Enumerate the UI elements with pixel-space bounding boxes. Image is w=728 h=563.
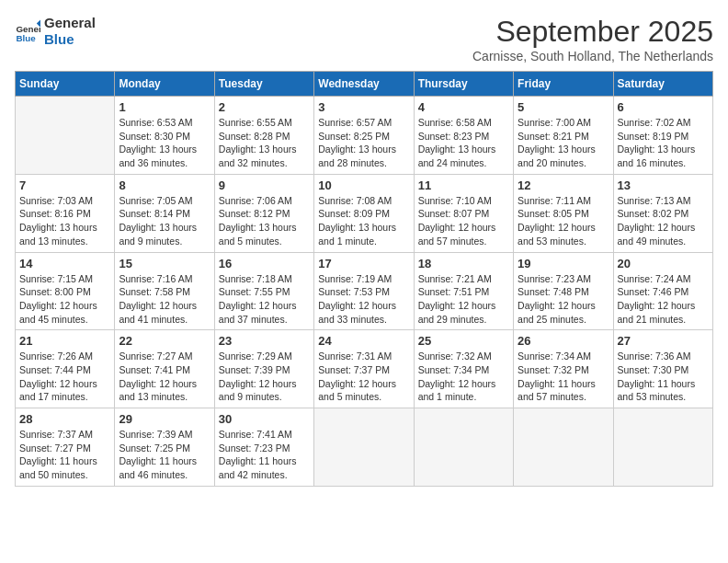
- calendar-cell: 1Sunrise: 6:53 AM Sunset: 8:30 PM Daylig…: [115, 97, 214, 175]
- calendar-cell: 2Sunrise: 6:55 AM Sunset: 8:28 PM Daylig…: [214, 97, 313, 175]
- calendar-cell: 25Sunrise: 7:32 AM Sunset: 7:34 PM Dayli…: [414, 330, 513, 408]
- day-info: Sunrise: 6:55 AM Sunset: 8:28 PM Dayligh…: [219, 116, 310, 170]
- calendar-cell: 3Sunrise: 6:57 AM Sunset: 8:25 PM Daylig…: [314, 97, 414, 175]
- day-info: Sunrise: 7:27 AM Sunset: 7:41 PM Dayligh…: [119, 350, 210, 404]
- day-number: 21: [19, 334, 110, 348]
- calendar-cell: 29Sunrise: 7:39 AM Sunset: 7:25 PM Dayli…: [115, 408, 214, 487]
- calendar-cell: 9Sunrise: 7:06 AM Sunset: 8:12 PM Daylig…: [214, 174, 313, 252]
- calendar-cell: 12Sunrise: 7:11 AM Sunset: 8:05 PM Dayli…: [514, 174, 613, 252]
- day-info: Sunrise: 7:10 AM Sunset: 8:07 PM Dayligh…: [418, 194, 509, 248]
- day-number: 18: [418, 257, 509, 270]
- page-header: General Blue General Blue September 2025…: [15, 15, 713, 63]
- day-info: Sunrise: 7:34 AM Sunset: 7:32 PM Dayligh…: [518, 350, 609, 404]
- calendar-cell: 6Sunrise: 7:02 AM Sunset: 8:19 PM Daylig…: [613, 97, 712, 175]
- day-number: 13: [618, 178, 709, 192]
- day-info: Sunrise: 6:58 AM Sunset: 8:23 PM Dayligh…: [418, 116, 509, 170]
- day-info: Sunrise: 6:57 AM Sunset: 8:25 PM Dayligh…: [318, 116, 409, 170]
- day-info: Sunrise: 7:21 AM Sunset: 7:51 PM Dayligh…: [418, 272, 509, 327]
- day-number: 4: [418, 100, 509, 114]
- day-number: 19: [518, 257, 609, 270]
- day-info: Sunrise: 6:53 AM Sunset: 8:30 PM Dayligh…: [119, 116, 210, 170]
- day-info: Sunrise: 7:00 AM Sunset: 8:21 PM Dayligh…: [518, 116, 609, 170]
- day-number: 16: [219, 257, 310, 270]
- calendar-cell: 26Sunrise: 7:34 AM Sunset: 7:32 PM Dayli…: [514, 330, 613, 408]
- calendar-cell: [16, 97, 115, 175]
- calendar: SundayMondayTuesdayWednesdayThursdayFrid…: [15, 71, 713, 487]
- day-info: Sunrise: 7:16 AM Sunset: 7:58 PM Dayligh…: [119, 272, 210, 327]
- calendar-cell: 10Sunrise: 7:08 AM Sunset: 8:09 PM Dayli…: [314, 174, 414, 252]
- day-number: 8: [119, 178, 210, 192]
- day-number: 24: [318, 334, 409, 348]
- weekday-header-sunday: Sunday: [16, 72, 115, 97]
- day-number: 9: [219, 178, 310, 192]
- calendar-cell: 14Sunrise: 7:15 AM Sunset: 8:00 PM Dayli…: [16, 252, 115, 330]
- calendar-cell: [314, 408, 414, 487]
- calendar-cell: 27Sunrise: 7:36 AM Sunset: 7:30 PM Dayli…: [613, 330, 712, 408]
- day-info: Sunrise: 7:31 AM Sunset: 7:37 PM Dayligh…: [318, 350, 409, 404]
- calendar-cell: 23Sunrise: 7:29 AM Sunset: 7:39 PM Dayli…: [214, 330, 313, 408]
- calendar-cell: 8Sunrise: 7:05 AM Sunset: 8:14 PM Daylig…: [115, 174, 214, 252]
- logo-text-general: General: [44, 15, 96, 31]
- day-number: 30: [219, 412, 310, 426]
- calendar-cell: 24Sunrise: 7:31 AM Sunset: 7:37 PM Dayli…: [314, 330, 414, 408]
- day-number: 23: [219, 334, 310, 348]
- title-block: September 2025 Carnisse, South Holland, …: [472, 15, 713, 63]
- logo-icon: General Blue: [15, 18, 40, 44]
- day-number: 22: [119, 334, 210, 348]
- day-number: 28: [19, 412, 110, 426]
- day-info: Sunrise: 7:29 AM Sunset: 7:39 PM Dayligh…: [219, 350, 310, 404]
- day-number: 17: [318, 257, 409, 270]
- svg-text:Blue: Blue: [16, 33, 36, 43]
- calendar-cell: [613, 408, 712, 487]
- calendar-cell: 4Sunrise: 6:58 AM Sunset: 8:23 PM Daylig…: [414, 97, 513, 175]
- weekday-header-wednesday: Wednesday: [314, 72, 414, 97]
- calendar-cell: 20Sunrise: 7:24 AM Sunset: 7:46 PM Dayli…: [613, 252, 712, 330]
- logo: General Blue General Blue: [15, 15, 96, 48]
- day-info: Sunrise: 7:08 AM Sunset: 8:09 PM Dayligh…: [318, 194, 409, 248]
- calendar-cell: 7Sunrise: 7:03 AM Sunset: 8:16 PM Daylig…: [16, 174, 115, 252]
- calendar-week-5: 28Sunrise: 7:37 AM Sunset: 7:27 PM Dayli…: [16, 408, 713, 487]
- weekday-header-row: SundayMondayTuesdayWednesdayThursdayFrid…: [16, 72, 713, 97]
- day-info: Sunrise: 7:02 AM Sunset: 8:19 PM Dayligh…: [618, 116, 709, 170]
- calendar-cell: 11Sunrise: 7:10 AM Sunset: 8:07 PM Dayli…: [414, 174, 513, 252]
- day-info: Sunrise: 7:32 AM Sunset: 7:34 PM Dayligh…: [418, 350, 509, 404]
- weekday-header-monday: Monday: [115, 72, 214, 97]
- calendar-week-4: 21Sunrise: 7:26 AM Sunset: 7:44 PM Dayli…: [16, 330, 713, 408]
- day-info: Sunrise: 7:19 AM Sunset: 7:53 PM Dayligh…: [318, 272, 409, 327]
- day-info: Sunrise: 7:15 AM Sunset: 8:00 PM Dayligh…: [19, 272, 110, 327]
- calendar-cell: 18Sunrise: 7:21 AM Sunset: 7:51 PM Dayli…: [414, 252, 513, 330]
- day-info: Sunrise: 7:03 AM Sunset: 8:16 PM Dayligh…: [19, 194, 110, 248]
- day-info: Sunrise: 7:26 AM Sunset: 7:44 PM Dayligh…: [19, 350, 110, 404]
- calendar-cell: [414, 408, 513, 487]
- day-info: Sunrise: 7:41 AM Sunset: 7:23 PM Dayligh…: [219, 428, 310, 482]
- calendar-cell: 21Sunrise: 7:26 AM Sunset: 7:44 PM Dayli…: [16, 330, 115, 408]
- day-number: 26: [518, 334, 609, 348]
- day-number: 6: [618, 100, 709, 114]
- day-info: Sunrise: 7:11 AM Sunset: 8:05 PM Dayligh…: [518, 194, 609, 248]
- day-number: 12: [518, 178, 609, 192]
- calendar-cell: 16Sunrise: 7:18 AM Sunset: 7:55 PM Dayli…: [214, 252, 313, 330]
- day-number: 2: [219, 100, 310, 114]
- calendar-cell: 28Sunrise: 7:37 AM Sunset: 7:27 PM Dayli…: [16, 408, 115, 487]
- day-info: Sunrise: 7:24 AM Sunset: 7:46 PM Dayligh…: [618, 272, 709, 327]
- day-number: 5: [518, 100, 609, 114]
- day-number: 1: [119, 100, 210, 114]
- month-title: September 2025: [472, 15, 713, 49]
- day-info: Sunrise: 7:36 AM Sunset: 7:30 PM Dayligh…: [618, 350, 709, 404]
- location: Carnisse, South Holland, The Netherlands: [472, 49, 713, 63]
- day-info: Sunrise: 7:23 AM Sunset: 7:48 PM Dayligh…: [518, 272, 609, 327]
- day-number: 3: [318, 100, 409, 114]
- calendar-week-2: 7Sunrise: 7:03 AM Sunset: 8:16 PM Daylig…: [16, 174, 713, 252]
- day-info: Sunrise: 7:13 AM Sunset: 8:02 PM Dayligh…: [618, 194, 709, 248]
- calendar-cell: 13Sunrise: 7:13 AM Sunset: 8:02 PM Dayli…: [613, 174, 712, 252]
- day-info: Sunrise: 7:06 AM Sunset: 8:12 PM Dayligh…: [219, 194, 310, 248]
- day-number: 15: [119, 257, 210, 270]
- day-number: 7: [19, 178, 110, 192]
- calendar-week-1: 1Sunrise: 6:53 AM Sunset: 8:30 PM Daylig…: [16, 97, 713, 175]
- weekday-header-tuesday: Tuesday: [214, 72, 313, 97]
- weekday-header-thursday: Thursday: [414, 72, 513, 97]
- day-number: 27: [618, 334, 709, 348]
- day-number: 14: [19, 257, 110, 270]
- day-number: 29: [119, 412, 210, 426]
- day-number: 20: [618, 257, 709, 270]
